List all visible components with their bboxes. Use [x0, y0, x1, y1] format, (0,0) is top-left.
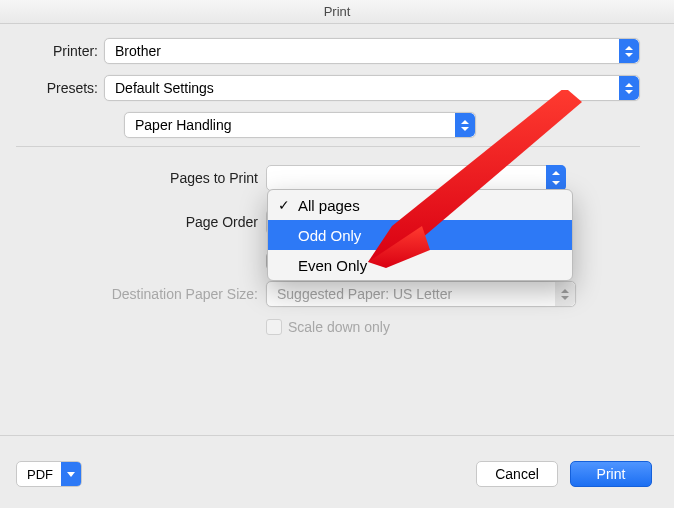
divider — [0, 435, 674, 436]
destination-paper-size-value: Suggested Paper: US Letter — [277, 286, 452, 302]
presets-value: Default Settings — [115, 80, 214, 96]
menu-item-even-only[interactable]: Even Only — [268, 250, 572, 280]
scale-down-only-label: Scale down only — [288, 319, 390, 335]
window-title: Print — [0, 0, 674, 24]
page-order-label: Page Order — [16, 214, 266, 230]
section-value: Paper Handling — [135, 117, 232, 133]
divider — [16, 146, 640, 147]
check-icon: ✓ — [278, 197, 290, 213]
section-select[interactable]: Paper Handling — [124, 112, 476, 138]
chevrons-icon — [455, 113, 475, 137]
menu-item-all-pages[interactable]: ✓ All pages — [268, 190, 572, 220]
pdf-menu-button[interactable]: PDF — [16, 461, 82, 487]
presets-select[interactable]: Default Settings — [104, 75, 640, 101]
scale-down-only-checkbox — [266, 319, 282, 335]
presets-label: Presets: — [16, 80, 104, 96]
chevrons-icon — [619, 76, 639, 100]
printer-label: Printer: — [16, 43, 104, 59]
destination-paper-size-select: Suggested Paper: US Letter — [266, 281, 576, 307]
chevrons-icon — [619, 39, 639, 63]
menu-item-odd-only[interactable]: Odd Only — [268, 220, 572, 250]
print-button[interactable]: Print — [570, 461, 652, 487]
destination-paper-size-label: Destination Paper Size: — [16, 286, 266, 302]
pages-to-print-select[interactable] — [266, 165, 566, 191]
pages-to-print-menu: ✓ All pages Odd Only Even Only — [267, 189, 573, 281]
cancel-button[interactable]: Cancel — [476, 461, 558, 487]
chevrons-icon — [555, 282, 575, 306]
pages-to-print-label: Pages to Print — [16, 170, 266, 186]
chevron-down-icon — [61, 462, 81, 486]
printer-select[interactable]: Brother — [104, 38, 640, 64]
chevrons-icon — [546, 165, 566, 191]
printer-value: Brother — [115, 43, 161, 59]
